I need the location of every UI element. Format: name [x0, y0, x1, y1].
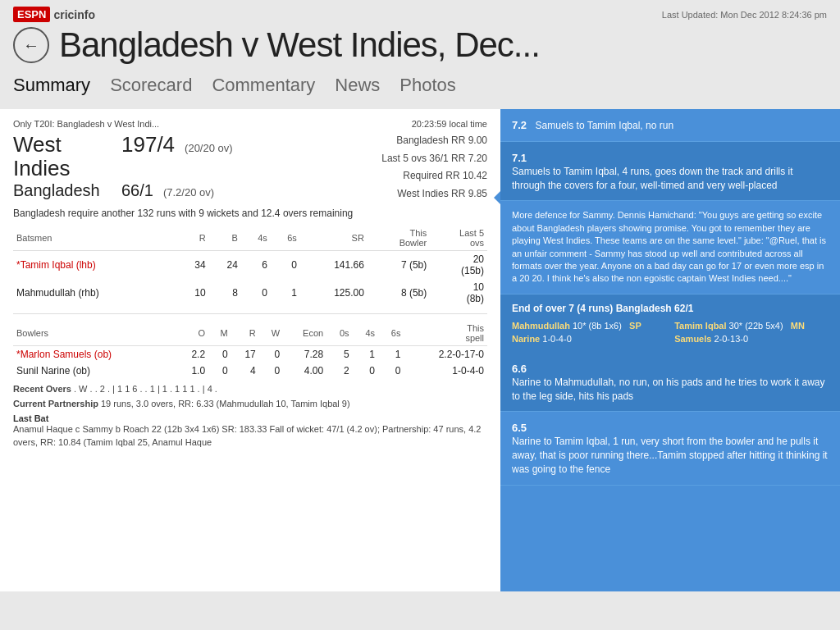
bowler2-o: 1.0: [176, 363, 209, 379]
title-row: ← Bangladesh v West Indies, Dec...: [0, 25, 840, 71]
team2-row: Bangladesh 66/1 (7.2/20 ov): [13, 181, 381, 200]
tab-photos[interactable]: Photos: [399, 71, 476, 103]
col-r: R: [177, 226, 209, 251]
sep-bowler1-stats: 1-0-4-0: [542, 334, 571, 344]
bowler2-w: 0: [259, 363, 283, 379]
batsman1-6s: 0: [271, 251, 300, 280]
batsman2-4s: 0: [241, 279, 271, 307]
separator-player1: Mahmudullah 10* (8b 1x6) SP Narine 1-0-4…: [512, 319, 655, 346]
comm-over-71: 7.1: [512, 152, 527, 164]
separator-players: Mahmudullah 10* (8b 1x6) SP Narine 1-0-4…: [512, 319, 829, 346]
bowler2-m: 0: [208, 363, 231, 379]
batsman2-last5: 10 (8b): [430, 279, 487, 307]
comm-item-71: 7.1 Samuels to Tamim Iqbal, 4 runs, goes…: [500, 142, 840, 202]
bowler1-w: 0: [259, 346, 283, 363]
page-title: Bangladesh v West Indies, Dec...: [59, 25, 540, 65]
bowler2-4s: 0: [353, 363, 378, 379]
bowler1-econ: 7.28: [283, 346, 326, 363]
required-rr: Required RR 10.42: [381, 167, 487, 185]
batsman-row-1: *Tamim Iqbal (lhb) 34 24 6 0 141.66 7 (5…: [13, 251, 487, 280]
last-updated: Last Updated: Mon Dec 2012 8:24:36 pm: [662, 10, 827, 20]
local-time: 20:23:59 local time: [412, 119, 487, 129]
recent-overs: Recent Overs . W . . 2 . | 1 1 6 . . 1 |…: [13, 384, 487, 394]
batsman2-sr: 125.00: [300, 279, 368, 307]
sep-player1-stats: 10* (8b 1x6): [573, 321, 622, 331]
recent-overs-label: Recent Overs: [13, 384, 71, 394]
comm-text-65: Narine to Tamim Iqbal, 1 run, very short…: [512, 435, 829, 476]
bowler-row-1: *Marlon Samuels (ob) 2.2 0 17 0 7.28 5 1…: [13, 346, 487, 363]
bowler1-o: 2.2: [176, 346, 209, 363]
cricinfo-brand: cricinfo: [53, 8, 95, 21]
tab-summary[interactable]: Summary: [13, 71, 110, 103]
requirement-text: Bangladesh require another 132 runs with…: [13, 208, 487, 219]
header-bar: ESPN cricinfo Last Updated: Mon Dec 2012…: [0, 0, 840, 25]
sep-player2-stats: 30* (22b 5x4): [729, 321, 783, 331]
bangladesh-rr: Bangladesh RR 9.00: [381, 132, 487, 150]
batsman1-b: 24: [209, 251, 241, 280]
comm-text-71: Samuels to Tamim Iqbal, 4 runs, goes dow…: [512, 165, 829, 193]
batsman1-sr: 141.66: [300, 251, 368, 280]
col-b: B: [209, 226, 241, 251]
comm-over-66: 6.6: [512, 363, 527, 375]
batsman-row-2: Mahmudullah (rhb) 10 8 0 1 125.00 8 (5b)…: [13, 279, 487, 307]
comm-item-fan: More defence for Sammy. Dennis Hamichand…: [500, 201, 840, 294]
separator-player2: Tamim Iqbal 30* (22b 5x4) MN Samuels 2-0…: [674, 319, 829, 346]
batsman2-r: 10: [177, 279, 209, 307]
bowler1-r: 17: [231, 346, 259, 363]
col-this-bowler: ThisBowler: [368, 226, 430, 251]
scorecard-panel: Only T20I: Bangladesh v West Indi... 20:…: [0, 109, 500, 591]
match-header: Only T20I: Bangladesh v West Indi... 20:…: [13, 119, 487, 129]
team2-name: Bangladesh: [13, 181, 112, 199]
last-bat-section: Last Bat Anamul Haque c Sammy b Roach 22…: [13, 413, 487, 449]
last-bat-label: Last Bat: [13, 413, 487, 423]
col-econ: Econ: [283, 321, 326, 346]
bowler1-name[interactable]: *Marlon Samuels (ob): [13, 346, 176, 363]
logo: ESPN cricinfo: [13, 7, 95, 22]
bowler2-6s: 0: [378, 363, 404, 379]
bowler2-r: 4: [231, 363, 259, 379]
comm-item-66: 6.6 Narine to Mahmudullah, no run, on hi…: [500, 353, 840, 413]
bowler2-spell: 1-0-4-0: [404, 363, 487, 379]
batsman1-bowler: 7 (5b): [368, 251, 430, 280]
last5ovs: Last 5 ovs 36/1 RR 7.20: [381, 150, 487, 168]
sep-player2-name: Tamim Iqbal: [674, 321, 726, 331]
back-button[interactable]: ←: [13, 27, 49, 63]
recent-overs-value: . W . . 2 . | 1 1 6 . . 1 | 1 . 1 1 1 . …: [74, 384, 217, 394]
tab-commentary[interactable]: Commentary: [212, 71, 335, 103]
bowler1-6s: 1: [378, 346, 404, 363]
current-partnership: Current Partnership 19 runs, 3.0 overs, …: [13, 399, 487, 409]
espn-logo: ESPN: [13, 7, 50, 22]
batsman2-bowler: 8 (5b): [368, 279, 430, 307]
col-w: W: [259, 321, 283, 346]
comm-text-66: Narine to Mahmudullah, no run, on his pa…: [512, 376, 829, 404]
batsman2-6s: 1: [271, 279, 300, 307]
col-last5: Last 5ovs: [430, 226, 487, 251]
bowler-row-2: Sunil Narine (ob) 1.0 0 4 0 4.00 2 0 0 1…: [13, 363, 487, 379]
batsman1-name[interactable]: *Tamim Iqbal (lhb): [13, 251, 177, 280]
col-m: M: [208, 321, 231, 346]
bowlers-table: Bowlers O M R W Econ 0s 4s 6s Thisspell …: [13, 321, 487, 379]
comm-text-72: Samuels to Tamim Iqbal, no run: [536, 120, 674, 131]
scores-section: WestIndies 197/4 (20/20 ov) Bangladesh 6…: [13, 132, 487, 203]
team1-overs: (20/20 ov): [185, 142, 233, 154]
bowler2-name: Sunil Narine (ob): [13, 363, 176, 379]
tab-news[interactable]: News: [335, 71, 399, 103]
comm-over-65: 6.5: [512, 422, 527, 434]
last-bat-text: Anamul Haque c Sammy b Roach 22 (12b 3x4…: [13, 423, 487, 449]
bowler1-m: 0: [208, 346, 231, 363]
col-4s-bat: 4s: [241, 226, 271, 251]
tab-scorecard[interactable]: Scorecard: [110, 71, 212, 103]
col-sr: SR: [300, 226, 368, 251]
team2-score: 66/1: [121, 181, 153, 200]
batsman2-name: Mahmudullah (rhb): [13, 279, 177, 307]
comm-item-72: 7.2 Samuels to Tamim Iqbal, no run: [500, 109, 840, 142]
commentary-panel-wrapper: 7.2 Samuels to Tamim Iqbal, no run 7.1 S…: [500, 109, 840, 591]
team1-row: WestIndies 197/4 (20/20 ov): [13, 132, 381, 180]
right-rr: Bangladesh RR 9.00 Last 5 ovs 36/1 RR 7.…: [381, 132, 487, 203]
bowler1-spell: 2.2-0-17-0: [404, 346, 487, 363]
left-scores: WestIndies 197/4 (20/20 ov) Bangladesh 6…: [13, 132, 381, 203]
batsman1-last5: 20 (15b): [430, 251, 487, 280]
sep-bowler2-stats: 2-0-13-0: [714, 334, 748, 344]
col-o: O: [176, 321, 209, 346]
batsman1-r: 34: [177, 251, 209, 280]
